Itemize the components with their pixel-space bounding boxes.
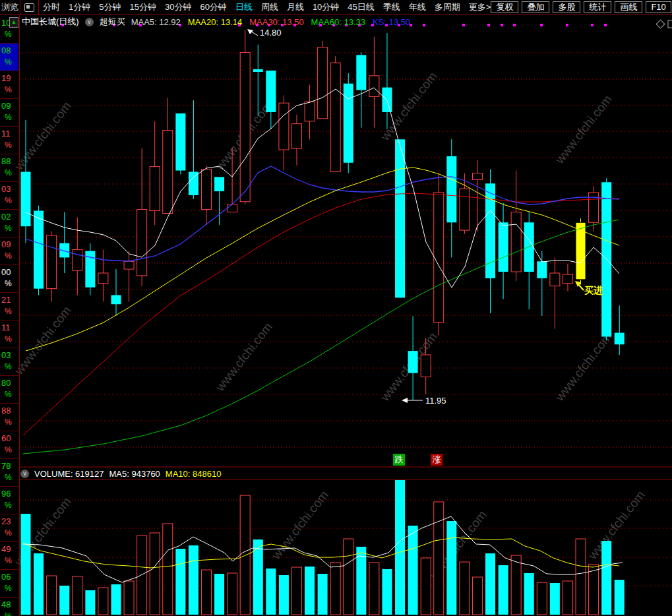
- ma-readout: MAA20: 13.14: [188, 17, 242, 27]
- quote-percent: %: [0, 361, 18, 373]
- toolbar-buttons: 复权叠加多股统计画线F10标记+: [491, 1, 672, 13]
- browse-label[interactable]: 浏览: [0, 1, 20, 13]
- tab-年线[interactable]: 年线: [409, 1, 426, 13]
- fall-badge[interactable]: 跌: [393, 454, 405, 466]
- candle: [460, 189, 470, 230]
- quote-list-item[interactable]: 08%: [0, 44, 18, 71]
- tab-1分钟[interactable]: 1分钟: [69, 1, 90, 13]
- toolbar-separator: [38, 0, 39, 15]
- quote-list-item[interactable]: 19%: [0, 71, 18, 99]
- quote-list-item[interactable]: 78%: [0, 459, 18, 487]
- tab-周线[interactable]: 周线: [261, 1, 278, 13]
- quote-price: 23: [0, 516, 18, 528]
- button-叠加[interactable]: 叠加: [522, 1, 549, 13]
- rise-badge[interactable]: 涨: [431, 454, 443, 466]
- quote-percent: %: [0, 445, 18, 456]
- volume-bar: [615, 580, 625, 615]
- quote-list-item[interactable]: 88%: [0, 404, 18, 431]
- button-复权[interactable]: 复权: [491, 1, 518, 13]
- quote-price: 49: [0, 543, 18, 555]
- quote-list-item[interactable]: 00%: [0, 265, 18, 293]
- tab-10分钟[interactable]: 10分钟: [313, 1, 339, 13]
- quote-list-item[interactable]: 06%: [0, 570, 18, 598]
- volume-bar: [240, 495, 250, 615]
- candle: [201, 169, 211, 210]
- candle: [21, 172, 31, 227]
- tab-月线[interactable]: 月线: [287, 1, 304, 13]
- indicator-name[interactable]: 超短买: [100, 16, 125, 28]
- quote-list-item[interactable]: 09%: [0, 237, 18, 265]
- candlestick-chart[interactable]: www.cfchi.comwww.cfchi.comwww.cfchi.comw…: [0, 0, 672, 616]
- candle: [434, 193, 444, 323]
- button-F10[interactable]: F10: [646, 1, 671, 13]
- tab-45日线[interactable]: 45日线: [348, 1, 374, 13]
- volume-bar: [318, 574, 328, 615]
- button-统计[interactable]: 统计: [584, 1, 611, 13]
- signal-dot: [566, 24, 568, 26]
- period-toolbar: 浏览 分时1分钟5分钟15分钟30分钟60分钟日线周线月线10分钟45日线季线年…: [0, 0, 672, 15]
- quote-percent: %: [0, 168, 18, 179]
- candle: [73, 250, 82, 270]
- quote-list: 10%08%19%09%11%88%03%02%09%00%21%11%03%8…: [0, 16, 18, 616]
- page-up-button[interactable]: ▲: [9, 17, 18, 28]
- volume-bar: [98, 588, 108, 615]
- quote-list-item[interactable]: 09%: [0, 99, 18, 127]
- volume-bar: [330, 563, 340, 615]
- quote-percent: %: [0, 417, 18, 428]
- quote-list-item[interactable]: 02%: [0, 210, 18, 237]
- button-多股[interactable]: 多股: [553, 1, 580, 13]
- chevron-down-icon[interactable]: ∨: [85, 18, 94, 26]
- quote-list-item[interactable]: 60%: [0, 431, 18, 459]
- tab-30分钟[interactable]: 30分钟: [165, 1, 191, 13]
- quote-list-item[interactable]: 21%: [0, 293, 18, 321]
- tab-15分钟[interactable]: 15分钟: [129, 1, 156, 13]
- quote-list-item[interactable]: 11%: [0, 321, 18, 348]
- volume-bar: [421, 558, 431, 615]
- quote-list-item[interactable]: 49%: [0, 542, 18, 570]
- quote-list-item[interactable]: 11%: [0, 127, 18, 154]
- volume-bar: [189, 545, 199, 615]
- tab-季线[interactable]: 季线: [383, 1, 400, 13]
- signal-dot: [540, 24, 543, 26]
- candle: [163, 131, 173, 214]
- candle: [291, 124, 301, 148]
- quote-list-item[interactable]: 96%: [0, 487, 18, 514]
- candle: [563, 274, 572, 284]
- quote-price: 78: [0, 460, 18, 472]
- volume-bar: [576, 539, 586, 615]
- signal-dot: [423, 24, 425, 26]
- quote-price: 02: [0, 211, 18, 223]
- volume-bar: [214, 574, 224, 615]
- quote-price: 60: [0, 433, 18, 445]
- quote-list-item[interactable]: 03%: [0, 348, 18, 376]
- volume-bar: [111, 584, 121, 615]
- quote-price: 11: [0, 128, 18, 140]
- watermark: www.cfchi.com: [11, 303, 74, 378]
- toolbar-separator: [20, 0, 20, 15]
- panel-divider: [19, 15, 20, 616]
- tab-更多>[interactable]: 更多>: [469, 1, 491, 13]
- collapse-icon[interactable]: ∨: [20, 470, 29, 478]
- high-arrow-head: [247, 29, 253, 34]
- tab-60分钟[interactable]: 60分钟: [200, 1, 226, 13]
- quote-list-item[interactable]: 80%: [0, 376, 18, 404]
- window-icon[interactable]: [24, 3, 34, 12]
- candle: [175, 113, 185, 171]
- tab-多周期[interactable]: 多周期: [435, 1, 460, 13]
- volume-bar: [47, 576, 57, 615]
- quote-list-item[interactable]: 23%: [0, 514, 18, 542]
- quote-list-item[interactable]: 48%: [0, 598, 18, 616]
- button-画线[interactable]: 画线: [615, 1, 642, 13]
- quote-list-item[interactable]: 88%: [0, 154, 18, 182]
- candle: [421, 355, 431, 377]
- quote-price: 00: [0, 266, 18, 278]
- tab-日线[interactable]: 日线: [235, 1, 253, 13]
- volume-bar: [382, 569, 392, 615]
- candle: [137, 210, 147, 276]
- tab-5分钟[interactable]: 5分钟: [99, 1, 121, 13]
- watermark: www.cfchi.com: [585, 488, 648, 563]
- tab-分时[interactable]: 分时: [43, 1, 60, 13]
- candle: [576, 222, 586, 280]
- candle: [253, 69, 263, 72]
- quote-list-item[interactable]: 03%: [0, 182, 18, 210]
